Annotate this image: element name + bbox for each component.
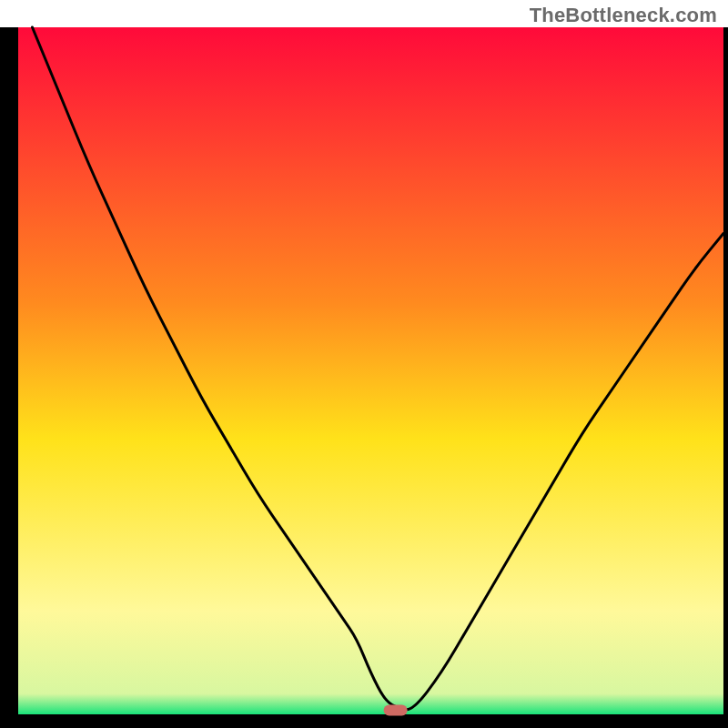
chart-stage: TheBottleneck.com bbox=[0, 0, 728, 728]
chart-background bbox=[18, 27, 723, 714]
bottleneck-chart bbox=[0, 0, 728, 728]
frame-left bbox=[0, 27, 18, 728]
watermark-text: TheBottleneck.com bbox=[530, 4, 717, 27]
optimal-marker bbox=[384, 704, 408, 715]
frame-right bbox=[723, 27, 728, 728]
frame-bottom bbox=[0, 714, 728, 728]
